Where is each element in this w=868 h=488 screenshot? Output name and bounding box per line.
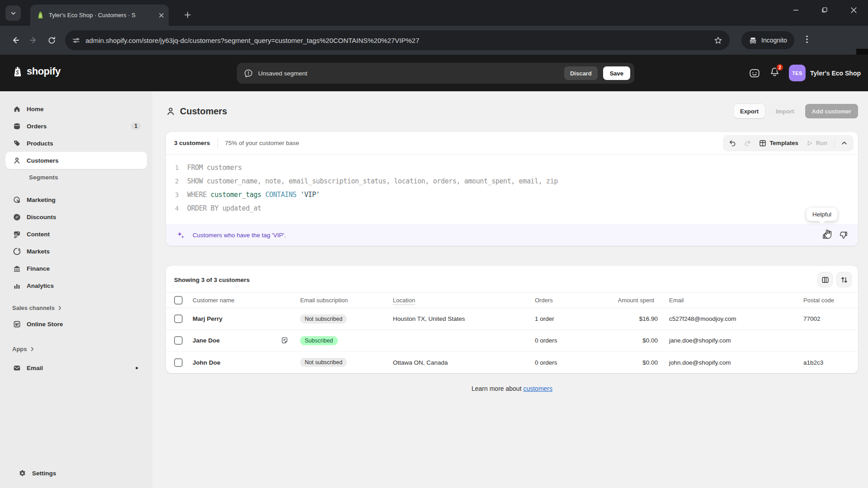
edit-columns-button[interactable] [817, 272, 833, 287]
orders-cell: 1 order [535, 315, 612, 322]
undo-button[interactable] [726, 137, 740, 150]
plus-icon [184, 11, 191, 19]
column-header[interactable]: Email subscription [300, 297, 393, 304]
discard-button[interactable]: Discard [564, 66, 598, 80]
sidebar-item-orders[interactable]: Orders1 [5, 117, 147, 135]
customers-help-link[interactable]: customers [523, 385, 552, 392]
segment-query-editor[interactable]: 1FROM customers2SHOW customer_name, note… [166, 155, 858, 224]
sidebar-item-analytics[interactable]: Analytics [5, 277, 147, 294]
new-tab-button[interactable] [180, 7, 195, 23]
window-close-button[interactable] [839, 0, 868, 20]
customer-name[interactable]: John Doe [193, 359, 300, 366]
sidebar-item-online-store[interactable]: Online Store [5, 315, 147, 333]
sidebar-item-content[interactable]: Content [5, 225, 147, 243]
row-checkbox[interactable] [174, 358, 183, 367]
analytics-icon [12, 282, 21, 290]
page-header: Customers Export Import Add customer [166, 102, 858, 120]
column-header[interactable]: Location [393, 297, 535, 304]
line-number: 1 [166, 164, 179, 171]
row-checkbox[interactable] [174, 314, 183, 323]
tab-list-chevron-button[interactable] [5, 5, 21, 21]
sidebar-item-email[interactable]: Email [5, 359, 147, 376]
store-menu[interactable]: TES Tyler's Eco Shop [789, 65, 861, 81]
sidebar-nav: HomeOrders1ProductsCustomersSegmentsMark… [0, 91, 152, 488]
shopify-logo[interactable]: shopify [12, 66, 61, 77]
sidebar-item-finance[interactable]: Finance [5, 260, 147, 277]
browser-toolbar: admin.shopify.com/store/jy63jq-dc/custom… [0, 26, 868, 55]
postal-code-cell: a1b2c3 [803, 359, 858, 366]
select-all-checkbox[interactable] [174, 296, 183, 305]
sidebar-item-customers[interactable]: Customers [5, 152, 147, 169]
sidebar-item-label: Email [27, 365, 130, 371]
customer-name[interactable]: Jane Doe [193, 337, 300, 344]
sidebar-section-apps[interactable]: Apps [5, 341, 147, 357]
tab-close-icon[interactable] [159, 13, 164, 18]
sidebar-item-home[interactable]: Home [5, 100, 147, 117]
add-customer-button[interactable]: Add customer [805, 104, 858, 118]
column-header[interactable]: Orders [535, 297, 612, 304]
query-line-1[interactable]: 1FROM customers [166, 161, 858, 174]
sort-button[interactable] [836, 272, 852, 287]
window-maximize-button[interactable] [810, 0, 839, 20]
window-minimize-button[interactable] [781, 0, 810, 20]
postal-code-cell: 77002 [803, 315, 858, 322]
orders-icon [12, 122, 21, 130]
column-header[interactable]: Postal code [803, 297, 858, 304]
bookmark-star-icon[interactable] [714, 36, 722, 45]
sidekick-icon[interactable] [749, 67, 760, 79]
sidebar-item-segments[interactable]: Segments [5, 169, 147, 185]
window-controls [781, 0, 868, 20]
table-row[interactable]: John DoeNot subscribedOttawa ON, Canada0… [166, 352, 858, 373]
forward-button[interactable] [24, 31, 42, 49]
sidebar-section-sales-channels[interactable]: Sales channels [5, 300, 147, 315]
address-bar[interactable]: admin.shopify.com/store/jy63jq-dc/custom… [65, 30, 730, 50]
query-line-4[interactable]: 4ORDER BY updated_at [166, 202, 858, 215]
table-row[interactable]: Jane DoeSubscribed0 orders$0.00jane.doe@… [166, 330, 858, 352]
sidebar-gap [0, 294, 152, 300]
column-header[interactable]: Amount spent [612, 297, 658, 304]
sidebar-item-marketing[interactable]: Marketing [5, 191, 147, 208]
export-button[interactable]: Export [734, 104, 765, 118]
subscription-badge: Not subscribed [300, 314, 347, 324]
reload-button[interactable] [42, 31, 61, 49]
sidebar-item-label: Discounts [27, 214, 142, 221]
home-icon [12, 105, 21, 113]
sidebar-item-label: Customers [27, 157, 142, 164]
customers-table-card: Showing 3 of 3 customers Customer name E… [166, 266, 858, 373]
amount-spent-cell: $0.00 [612, 359, 658, 366]
save-button[interactable]: Save [603, 66, 630, 80]
column-header[interactable]: Customer name [193, 297, 300, 304]
collapse-editor-button[interactable] [838, 137, 851, 150]
query-line-2[interactable]: 2SHOW customer_name, note, email_subscri… [166, 174, 858, 188]
unsaved-changes-bar: Unsaved segment Discard Save [237, 63, 634, 84]
query-line-3[interactable]: 3WHERE customer_tags CONTAINS 'VIP' [166, 188, 858, 202]
sidebar-item-products[interactable]: Products [5, 135, 147, 152]
table-row[interactable]: Marj PerryNot subscribedHouston TX, Unit… [166, 308, 858, 330]
sidebar-item-settings[interactable]: Settings [11, 465, 142, 482]
sidebar-badge: 1 [131, 122, 141, 130]
row-checkbox[interactable] [174, 336, 183, 345]
incognito-badge: Incognito [741, 31, 794, 49]
sidebar-item-label: Segments [29, 174, 142, 181]
finance-icon [12, 265, 21, 272]
segment-base-percent: 75% of your customer base [225, 140, 299, 146]
browser-tab-active[interactable]: Tyler's Eco Shop · Customers · S [30, 5, 169, 26]
sidebar-item-discounts[interactable]: Discounts [5, 208, 147, 225]
templates-button[interactable]: Templates [755, 137, 802, 150]
customers-icon [12, 157, 21, 164]
thumbs-down-icon[interactable] [839, 230, 848, 240]
import-button[interactable]: Import [769, 104, 800, 118]
back-button[interactable] [6, 31, 24, 49]
browser-menu-button[interactable] [801, 35, 813, 45]
divider [834, 139, 835, 148]
customer-name[interactable]: Marj Perry [193, 315, 300, 322]
alert-icon [244, 69, 253, 78]
run-button[interactable]: Run [803, 137, 831, 150]
url-text[interactable]: admin.shopify.com/store/jy63jq-dc/custom… [85, 37, 708, 44]
segment-editor-card: 3 customers 75% of your customer base Te [166, 132, 858, 246]
column-header[interactable]: Email [658, 297, 803, 304]
redo-button[interactable] [741, 137, 755, 150]
sidebar-item-markets[interactable]: $Markets [5, 243, 147, 260]
site-info-icon[interactable] [72, 37, 80, 44]
notifications-button[interactable]: 2 [769, 67, 780, 79]
